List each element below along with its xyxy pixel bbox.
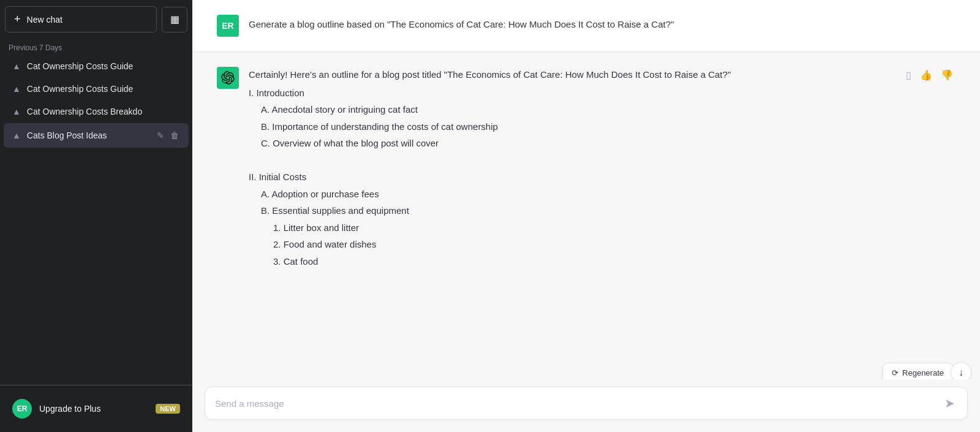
sidebar-chat-item[interactable]: ▲ Cat Ownership Costs Breakdo <box>4 100 189 123</box>
panel-icon: ▦ <box>170 13 179 25</box>
edit-chat-button[interactable]: ✎ <box>156 129 165 142</box>
send-icon: ➤ <box>944 396 955 411</box>
gpt-avatar <box>217 67 239 89</box>
copy-button[interactable]: ▯ <box>903 67 914 83</box>
input-wrapper: ➤ <box>205 387 968 420</box>
chat-input[interactable] <box>215 396 942 411</box>
chat-bubble-icon: ▲ <box>12 84 21 94</box>
outline-line: 2. Food and water dishes <box>249 237 956 252</box>
chat-bubble-icon: ▲ <box>12 131 21 140</box>
sidebar-bottom: ER Upgrade to Plus NEW <box>0 385 192 432</box>
outline-line: II. Initial Costs <box>249 169 956 185</box>
chat-item-label: Cat Ownership Costs Breakdo <box>27 107 180 116</box>
sidebar-chat-item[interactable]: ▲ Cat Ownership Costs Guide <box>4 78 189 100</box>
new-chat-label: New chat <box>27 15 62 25</box>
sidebar-chat-item[interactable]: ▲ Cats Blog Post Ideas ✎ 🗑 <box>4 123 189 148</box>
chat-item-label: Cat Ownership Costs Guide <box>27 61 180 71</box>
message-actions: ▯ 👍 👎 <box>903 67 956 83</box>
outline-line: I. Introduction <box>249 85 956 101</box>
chat-item-label: Cat Ownership Costs Guide <box>27 84 180 94</box>
sidebar: + New chat ▦ Previous 7 Days ▲ Cat Owner… <box>0 0 192 432</box>
chat-area: ER Generate a blog outline based on "The… <box>192 0 980 379</box>
previous-days-label: Previous 7 Days <box>0 39 192 55</box>
new-chat-button[interactable]: + New chat <box>5 6 157 32</box>
new-badge: NEW <box>156 404 180 414</box>
main-content: ER Generate a blog outline based on "The… <box>192 0 980 432</box>
outline-line: A. Adoption or purchase fees <box>249 186 956 202</box>
delete-chat-button[interactable]: 🗑 <box>169 129 180 142</box>
outline-line: B. Essential supplies and equipment <box>249 203 956 219</box>
sidebar-panel-button[interactable]: ▦ <box>162 7 187 32</box>
gpt-logo-icon <box>221 71 235 85</box>
outline-line: C. Overview of what the blog post will c… <box>249 135 956 151</box>
send-button[interactable]: ➤ <box>942 395 957 412</box>
user-initials: ER <box>222 21 233 31</box>
chat-bubble-icon: ▲ <box>12 61 21 71</box>
sidebar-top: + New chat ▦ <box>0 0 192 39</box>
assistant-intro: Certainly! Here's an outline for a blog … <box>249 67 956 83</box>
outline-line: 3. Cat food <box>249 254 956 270</box>
user-avatar-icon: ER <box>217 15 239 37</box>
user-message: ER Generate a blog outline based on "The… <box>192 0 980 51</box>
outline-line: 1. Litter box and litter <box>249 220 956 236</box>
thumbs-up-button[interactable]: 👍 <box>918 67 935 83</box>
sidebar-chat-item[interactable]: ▲ Cat Ownership Costs Guide <box>4 55 189 77</box>
upgrade-to-plus-button[interactable]: ER Upgrade to Plus NEW <box>5 393 187 425</box>
regenerate-icon: ⟳ <box>892 368 899 377</box>
chat-item-label: Cats Blog Post Ideas <box>27 131 149 140</box>
outline-line: B. Importance of understanding the costs… <box>249 119 956 135</box>
chat-bubble-icon: ▲ <box>12 107 21 116</box>
regenerate-label: Regenerate <box>902 368 944 377</box>
thumbs-down-button[interactable]: 👎 <box>938 67 956 83</box>
chat-item-actions: ✎ 🗑 <box>156 129 180 142</box>
user-avatar: ER <box>12 399 32 419</box>
outline-container: I. IntroductionA. Anecdotal story or int… <box>249 85 956 270</box>
outline-line: A. Anecdotal story or intriguing cat fac… <box>249 102 956 118</box>
assistant-message: Certainly! Here's an outline for a blog … <box>192 52 980 285</box>
chat-list: ▲ Cat Ownership Costs Guide ▲ Cat Owners… <box>0 55 192 148</box>
assistant-content: Certainly! Here's an outline for a blog … <box>249 67 956 270</box>
user-message-text: Generate a blog outline based on "The Ec… <box>249 15 674 32</box>
input-area: ➤ <box>192 379 980 432</box>
plus-icon: + <box>14 13 21 26</box>
upgrade-label: Upgrade to Plus <box>39 404 100 414</box>
chevron-down-icon: ↓ <box>959 367 963 378</box>
